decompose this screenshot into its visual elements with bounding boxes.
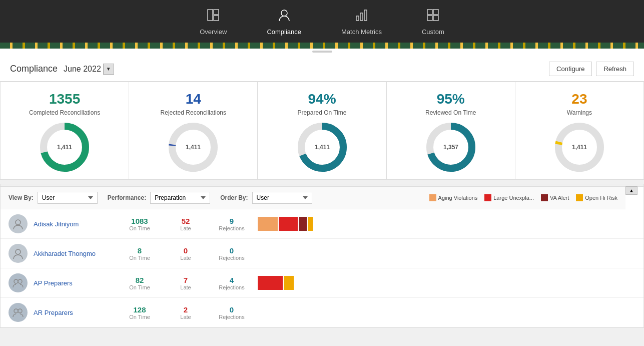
donut-1: 1,411 (168, 122, 218, 172)
donut-4: 1,411 (554, 122, 604, 172)
legend-label-1: Large Unexpla... (493, 195, 534, 201)
collapse-button[interactable]: ▲ (625, 186, 637, 195)
rejections-label: Rejections (212, 284, 252, 290)
period-dropdown-arrow[interactable]: ▼ (103, 64, 114, 75)
late-value: 2 (166, 305, 206, 314)
bar-segment (308, 217, 313, 231)
svg-rect-0 (208, 10, 213, 21)
legend-item-2: VA Alert (541, 194, 569, 201)
on-time-label: On Time (120, 284, 160, 290)
late-value: 7 (166, 276, 206, 284)
rejections-label: Rejections (212, 314, 252, 320)
kpi-card-warnings: 23 Warnings 1,411 (515, 82, 643, 179)
header-left: Compliance June 2022 ▼ (10, 64, 114, 75)
svg-text:1,411: 1,411 (57, 144, 72, 151)
rejections-value: 0 (212, 305, 252, 314)
bar-segment (258, 276, 283, 290)
user-table-wrapper: Adisak Jitniyom 1083 On Time 52 Late 9 R… (1, 209, 643, 327)
on-time-label: On Time (120, 314, 160, 320)
configure-button[interactable]: Configure (549, 62, 592, 76)
header-buttons: Configure Refresh (549, 62, 634, 76)
on-time-value: 128 (120, 305, 160, 314)
on-time-value: 1083 (120, 217, 160, 225)
nav-custom[interactable]: Custom (417, 6, 449, 38)
custom-icon (426, 8, 440, 25)
svg-rect-5 (360, 13, 363, 21)
late-cell: 0 Late (166, 246, 206, 261)
rejections-cell: 0 Rejections (212, 305, 252, 320)
table-row: Adisak Jitniyom 1083 On Time 52 Late 9 R… (1, 209, 643, 239)
svg-rect-1 (214, 10, 219, 15)
top-navigation: Overview Compliance Match Metrics (0, 0, 644, 43)
page-title: Compliance (10, 64, 58, 74)
late-value: 52 (166, 217, 206, 225)
view-by-select[interactable]: User Group Department (38, 192, 98, 204)
nav-compliance-label: Compliance (267, 28, 301, 36)
order-by-select[interactable]: User On Time Late (252, 192, 312, 204)
user-name[interactable]: Akkharadet Thongmo (34, 250, 114, 257)
legend-area: Aging Violations Large Unexpla... VA Ale… (429, 194, 618, 201)
nav-match-metrics-label: Match Metrics (341, 28, 382, 36)
performance-label: Performance: (108, 194, 146, 201)
nav-custom-label: Custom (422, 28, 444, 36)
avatar (9, 303, 28, 322)
drag-handle[interactable] (0, 49, 644, 55)
kpi-label-3: Reviewed On Time (425, 109, 476, 116)
kpi-value-2: 94% (308, 91, 336, 107)
legend-dot-1 (484, 194, 491, 201)
rejections-cell: 0 Rejections (212, 246, 252, 261)
legend-dot-0 (429, 194, 436, 201)
page-header: Compliance June 2022 ▼ Configure Refresh (0, 55, 644, 82)
bar-segment (299, 217, 307, 231)
match-metrics-icon (355, 8, 369, 25)
user-name[interactable]: AP Preparers (34, 279, 114, 287)
nav-compliance[interactable]: Compliance (262, 6, 306, 38)
period-selector[interactable]: June 2022 ▼ (64, 64, 114, 75)
svg-rect-7 (427, 10, 432, 15)
svg-point-26 (16, 220, 21, 225)
late-value: 0 (166, 246, 206, 255)
kpi-value-3: 95% (437, 91, 465, 107)
late-label: Late (166, 225, 206, 231)
on-time-cell: 8 On Time (120, 246, 160, 261)
legend-item-0: Aging Violations (429, 194, 478, 201)
svg-point-29 (18, 279, 22, 283)
rejections-label: Rejections (212, 255, 252, 261)
bar-chart-area (258, 217, 635, 231)
order-by-group: Order By: User On Time Late (220, 192, 312, 204)
user-name[interactable]: AR Preparers (34, 309, 114, 316)
svg-rect-8 (433, 10, 438, 15)
bar-chart-area (258, 276, 635, 290)
decorative-stripe (0, 43, 644, 49)
kpi-value-0: 1355 (49, 91, 80, 107)
refresh-button[interactable]: Refresh (596, 62, 634, 76)
kpi-section: 1355 Completed Reconciliations 1,411 14 … (0, 82, 644, 180)
on-time-label: On Time (120, 255, 160, 261)
overview-icon (206, 8, 220, 25)
donut-0: 1,411 (40, 122, 90, 172)
svg-rect-2 (214, 16, 219, 21)
nav-overview[interactable]: Overview (195, 6, 232, 38)
nav-match-metrics[interactable]: Match Metrics (336, 6, 387, 38)
table-row: AP Preparers 82 On Time 7 Late 4 Rejecti… (1, 268, 643, 298)
kpi-value-1: 14 (186, 91, 201, 107)
svg-text:1,357: 1,357 (443, 144, 458, 151)
user-name[interactable]: Adisak Jitniyom (34, 220, 114, 228)
bar-segment (284, 276, 294, 290)
performance-select[interactable]: Preparation Review Approval (150, 192, 210, 204)
legend-label-2: VA Alert (550, 195, 569, 201)
compliance-icon (277, 8, 291, 25)
donut-2: 1,411 (297, 122, 347, 172)
svg-text:1,411: 1,411 (314, 144, 329, 151)
late-cell: 2 Late (166, 305, 206, 320)
avatar (9, 273, 28, 292)
legend-item-3: Open Hi Risk (576, 194, 617, 201)
table-toolbar: View By: User Group Department Performan… (1, 187, 625, 209)
on-time-value: 8 (120, 246, 160, 255)
svg-point-28 (14, 279, 18, 283)
order-by-label: Order By: (220, 194, 248, 201)
kpi-card-reviewed-on-time: 95% Reviewed On Time 1,357 (387, 82, 515, 179)
legend-item-1: Large Unexpla... (484, 194, 534, 201)
svg-point-31 (18, 309, 22, 313)
kpi-label-1: Rejected Reconciliations (161, 109, 226, 116)
